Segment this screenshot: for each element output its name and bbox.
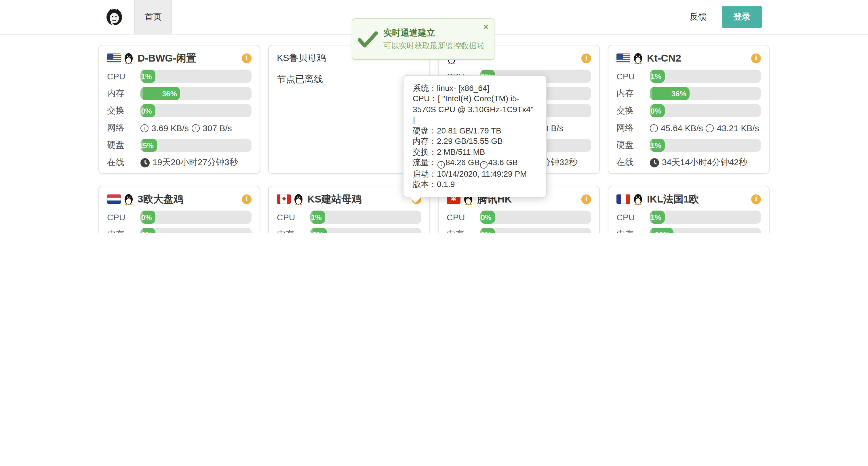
- info-icon[interactable]: i: [751, 53, 761, 63]
- server-name: KS建站母鸡: [307, 192, 362, 206]
- realtime-toast: 实时通道建立 可以实时获取最新监控数据啦 ✕: [352, 19, 494, 60]
- country-flag-icon: [277, 195, 291, 204]
- memory-bar-track: 3%: [480, 228, 591, 233]
- disk-row: 硬盘 15%: [107, 139, 251, 152]
- info-icon[interactable]: i: [581, 53, 591, 63]
- card-header: IKL法国1欧 i: [617, 193, 761, 205]
- memory-bar-fill: 6%: [141, 228, 155, 233]
- tooltip-cpu-row: CPU：[ "Intel(R) Core(TM) i5-3570S CPU @ …: [413, 94, 537, 125]
- disk-percent: 11%: [650, 141, 661, 149]
- swap-percent: 0%: [141, 106, 152, 115]
- cpu-bar-fill: 1%: [650, 70, 665, 83]
- linux-penguin-icon: [633, 194, 643, 204]
- uptime-value: 34天14小时4分钟42秒: [662, 157, 747, 168]
- server-stats: CPU 1% 内存 36% 交换: [617, 70, 761, 169]
- memory-percent: 21%: [655, 230, 670, 233]
- feedback-link[interactable]: 反馈: [689, 11, 707, 23]
- memory-bar-track: 21%: [650, 228, 761, 233]
- server-card: IKL法国1欧 i CPU 1% 内存 21%: [608, 186, 770, 233]
- server-stats: CPU 1% 内存 21% 交换: [617, 210, 761, 233]
- memory-percent: 36%: [162, 89, 177, 98]
- swap-percent: 0%: [650, 106, 661, 115]
- cat-logo-icon: [106, 8, 123, 26]
- tooltip-disk-row: 硬盘：20.81 GB/1.79 TB: [413, 125, 537, 136]
- info-glyph: i: [585, 195, 588, 203]
- memory-row: 内存 15%: [277, 228, 421, 233]
- clock-icon: [650, 158, 659, 167]
- memory-bar-fill: 36%: [141, 87, 181, 100]
- cpu-label: CPU: [617, 212, 650, 222]
- upload-speed: 43.21 KB/s: [717, 123, 759, 133]
- cpu-bar-track: 1%: [650, 70, 761, 83]
- server-card: Kt-CN2 i CPU 1% 内存 36%: [608, 45, 770, 174]
- success-check-icon: [352, 31, 383, 47]
- tooltip-memory-row: 内存：2.29 GB/15.55 GB: [413, 136, 537, 147]
- cpu-percent: 0%: [480, 213, 492, 222]
- disk-bar-fill: 15%: [141, 139, 157, 152]
- swap-bar-track: 0%: [141, 104, 251, 118]
- cpu-bar-track: 0%: [141, 210, 251, 224]
- card-header: D-BWG-闲置 i: [107, 52, 251, 64]
- disk-bar-track: 11%: [650, 139, 761, 152]
- cpu-label: CPU: [447, 212, 480, 222]
- swap-bar-fill: 0%: [650, 104, 665, 118]
- server-stats: CPU 1% 内存 15% 交换: [277, 210, 421, 233]
- cpu-bar-fill: 0%: [141, 210, 155, 224]
- country-flag-icon: [107, 195, 121, 204]
- swap-bar-fill: 0%: [141, 104, 155, 118]
- linux-penguin-icon: [124, 53, 133, 64]
- info-icon[interactable]: i: [751, 194, 761, 204]
- disk-bar-fill: 11%: [650, 139, 665, 152]
- memory-label: 内存: [617, 229, 650, 233]
- memory-percent: 36%: [672, 89, 686, 98]
- cpu-percent: 1%: [311, 213, 322, 222]
- server-name: 3欧大盘鸡: [137, 192, 183, 206]
- swap-row: 交换 0%: [617, 104, 761, 118]
- cpu-percent: 1%: [650, 213, 661, 222]
- memory-bar-fill: 21%: [650, 228, 673, 233]
- memory-bar-track: 15%: [310, 228, 421, 233]
- memory-label: 内存: [277, 229, 310, 233]
- cpu-percent: 1%: [141, 72, 152, 80]
- server-info-tooltip: 系统：linux- [x86_64] CPU：[ "Intel(R) Core(…: [403, 75, 547, 197]
- memory-percent: 3%: [480, 230, 492, 233]
- site-logo-avatar[interactable]: [106, 8, 123, 26]
- memory-bar-track: 36%: [650, 87, 761, 100]
- memory-label: 内存: [107, 88, 141, 99]
- memory-bar-fill: 15%: [310, 228, 327, 233]
- linux-penguin-icon: [633, 53, 643, 64]
- close-icon[interactable]: ✕: [483, 23, 489, 31]
- info-glyph: i: [585, 54, 588, 62]
- download-speed: 45.64 KB/s: [661, 123, 703, 133]
- linux-penguin-icon: [293, 194, 303, 204]
- cpu-bar-fill: 0%: [480, 210, 495, 224]
- cpu-bar-track: 1%: [141, 70, 251, 83]
- cpu-label: CPU: [277, 212, 310, 222]
- linux-penguin-icon: [124, 194, 133, 204]
- memory-bar-track: 6%: [141, 228, 251, 233]
- download-speed: 3.69 KB/s: [151, 123, 189, 133]
- cpu-percent: 0%: [141, 213, 152, 222]
- cpu-row: CPU 1%: [107, 70, 251, 83]
- cpu-row: CPU 0%: [447, 210, 591, 224]
- cpu-row: CPU 1%: [617, 210, 761, 224]
- login-button[interactable]: 登录: [722, 6, 762, 28]
- tab-home[interactable]: 首页: [134, 0, 172, 34]
- info-icon[interactable]: i: [242, 194, 251, 204]
- cpu-label: CPU: [107, 212, 141, 222]
- disk-bar-track: 15%: [141, 139, 251, 152]
- cpu-bar-fill: 1%: [310, 210, 325, 224]
- memory-bar-fill: 36%: [650, 87, 690, 100]
- info-icon[interactable]: i: [242, 53, 251, 63]
- upload-arrow-icon: ↑: [706, 124, 714, 132]
- info-icon[interactable]: i: [581, 194, 591, 204]
- server-stats: CPU 0% 内存 6% 交换: [107, 210, 251, 233]
- swap-label: 交换: [107, 105, 141, 116]
- memory-row: 内存 36%: [107, 87, 251, 100]
- upload-arrow-icon: ↑: [192, 124, 200, 132]
- server-stats: CPU 0% 内存 3% 交换: [447, 210, 591, 233]
- cpu-bar-track: 1%: [310, 210, 421, 224]
- cpu-bar-fill: 1%: [650, 210, 665, 224]
- disk-label: 硬盘: [107, 140, 141, 151]
- cpu-bar-track: 1%: [650, 210, 761, 224]
